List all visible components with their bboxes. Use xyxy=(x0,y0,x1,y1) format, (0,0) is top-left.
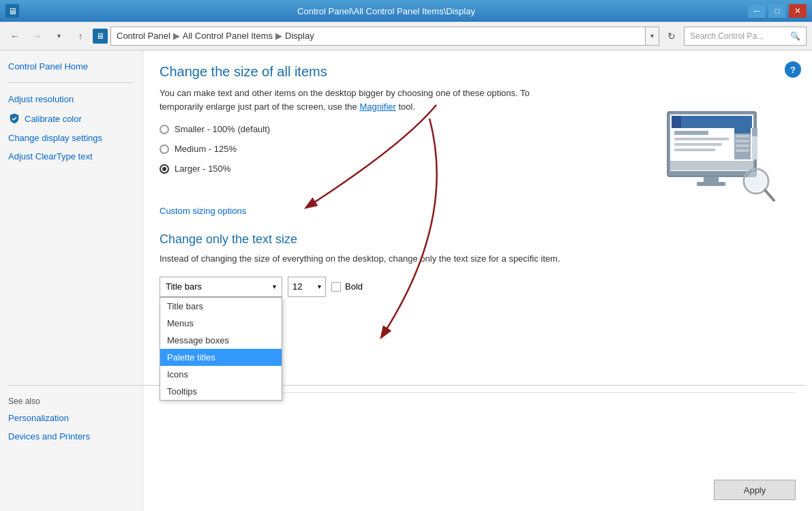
dropdown-item-message-boxes[interactable]: Message boxes xyxy=(160,332,282,349)
radio-medium-label: Medium - 125% xyxy=(175,144,237,154)
dropdown-item-palette-titles[interactable]: Palette titles xyxy=(160,349,282,366)
section1-desc: You can make text and other items on the… xyxy=(160,87,796,113)
breadcrumb-all-items[interactable]: All Control Panel Items xyxy=(183,31,273,41)
search-box[interactable]: Search Control Pa... 🔍 xyxy=(684,27,807,46)
svg-rect-5 xyxy=(674,131,708,135)
monitor-preview-area xyxy=(666,110,775,206)
main-container: Control Panel Home Adjust resolution Cal… xyxy=(0,50,812,511)
calibrate-color-label: Calibrate color xyxy=(25,114,82,124)
radio-larger-label: Larger - 150% xyxy=(175,164,230,174)
content-area: ? Change the size of all items You can m… xyxy=(143,50,812,511)
radio-smaller-input[interactable] xyxy=(160,125,169,134)
section1-desc3: tool. xyxy=(398,102,415,112)
title-bar: 🖥 Control Panel\All Control Panel Items\… xyxy=(0,0,812,22)
text-size-dropdown[interactable]: 12 ▾ xyxy=(288,277,326,297)
svg-rect-2 xyxy=(672,116,752,128)
svg-rect-8 xyxy=(674,149,715,151)
svg-rect-6 xyxy=(674,138,729,140)
text-size-dropdown-arrow: ▾ xyxy=(318,283,321,290)
search-icon[interactable]: 🔍 xyxy=(790,31,800,41)
radio-smaller[interactable]: Smaller - 100% (default) xyxy=(160,124,270,134)
refresh-button[interactable]: ↻ xyxy=(662,27,681,46)
custom-sizing-link[interactable]: Custom sizing options xyxy=(160,206,246,216)
maximize-button[interactable]: □ xyxy=(768,4,786,18)
svg-rect-14 xyxy=(736,149,749,152)
text-size-select-wrapper: 12 ▾ xyxy=(288,277,326,297)
magnifier-link[interactable]: Magnifier xyxy=(359,102,395,112)
sidebar-item-change-display-settings[interactable]: Change display settings xyxy=(8,133,134,143)
svg-rect-16 xyxy=(697,182,725,186)
address-dropdown-button[interactable]: ▾ xyxy=(646,27,659,46)
address-bar: ← → ▾ ↑ 🖥 Control Panel ▶ All Control Pa… xyxy=(0,22,812,50)
text-item-dropdown-value: Title bars xyxy=(166,281,202,292)
radio-larger[interactable]: Larger - 150% xyxy=(160,164,270,174)
minimize-button[interactable]: ─ xyxy=(748,4,766,18)
radio-medium[interactable]: Medium - 125% xyxy=(160,144,270,154)
address-path[interactable]: Control Panel ▶ All Control Panel Items … xyxy=(110,27,646,46)
radio-smaller-label: Smaller - 100% (default) xyxy=(175,124,270,134)
location-icon: 🖥 xyxy=(93,29,108,44)
svg-rect-15 xyxy=(704,176,719,182)
app-icon: 🖥 xyxy=(5,4,19,18)
section1-title: Change the size of all items xyxy=(160,64,796,80)
dropdown-button[interactable]: ▾ xyxy=(49,27,68,46)
sidebar-item-calibrate-color[interactable]: Calibrate color xyxy=(8,112,134,125)
svg-line-21 xyxy=(765,190,774,200)
adjust-resolution-label: Adjust resolution xyxy=(8,94,74,104)
sidebar-item-home[interactable]: Control Panel Home xyxy=(8,61,134,72)
window-title: Control Panel\All Control Panel Items\Di… xyxy=(25,6,748,16)
breadcrumb-control-panel[interactable]: Control Panel xyxy=(117,31,170,41)
text-size-row: Title bars ▾ Title bars Menus Message bo… xyxy=(160,277,796,297)
close-button[interactable]: ✕ xyxy=(789,4,807,18)
bold-checkbox[interactable]: Bold xyxy=(331,281,363,292)
text-item-dropdown[interactable]: Title bars ▾ xyxy=(160,277,282,297)
svg-rect-18 xyxy=(752,128,757,136)
shield-icon xyxy=(8,112,20,125)
section2-desc: Instead of changing the size of everythi… xyxy=(160,252,796,266)
section1-desc2: temporarily enlarge just part of the scr… xyxy=(160,102,357,112)
sidebar-home-label: Control Panel Home xyxy=(8,61,88,72)
sidebar-divider-1 xyxy=(8,82,134,83)
adjust-cleartype-label: Adjust ClearType text xyxy=(8,151,93,161)
change-display-settings-label: Change display settings xyxy=(8,133,102,143)
svg-rect-11 xyxy=(736,135,749,138)
radio-group: Smaller - 100% (default) Medium - 125% L… xyxy=(160,124,270,183)
forward-button[interactable]: → xyxy=(27,27,46,46)
help-button[interactable]: ? xyxy=(785,61,801,78)
apply-button[interactable]: Apply xyxy=(714,480,796,500)
search-placeholder: Search Control Pa... xyxy=(690,31,790,41)
svg-point-20 xyxy=(746,171,766,191)
dropdown-item-title-bars[interactable]: Title bars xyxy=(160,298,282,315)
sidebar-item-adjust-resolution[interactable]: Adjust resolution xyxy=(8,94,134,104)
radio-medium-input[interactable] xyxy=(160,144,169,154)
text-size-dropdown-value: 12 xyxy=(292,281,302,292)
section1-desc1: You can make text and other items on the… xyxy=(160,88,530,98)
bold-checkbox-input[interactable] xyxy=(331,282,341,292)
svg-rect-10 xyxy=(734,128,751,134)
back-button[interactable]: ← xyxy=(5,27,25,46)
svg-rect-3 xyxy=(672,116,681,128)
dropdown-item-tooltips[interactable]: Tooltips xyxy=(160,383,282,400)
svg-rect-7 xyxy=(674,143,722,146)
radio-larger-input[interactable] xyxy=(160,164,169,174)
breadcrumb-display[interactable]: Display xyxy=(285,31,314,41)
text-item-dropdown-list: Title bars Menus Message boxes Palette t… xyxy=(160,297,282,401)
text-item-dropdown-arrow: ▾ xyxy=(273,283,276,290)
personalization-label: Personalization xyxy=(8,413,69,423)
magnifier-glass xyxy=(741,166,775,206)
bold-label: Bold xyxy=(345,281,363,292)
svg-rect-13 xyxy=(736,144,749,147)
devices-printers-label: Devices and Printers xyxy=(8,431,90,442)
text-item-select-wrapper: Title bars ▾ Title bars Menus Message bo… xyxy=(160,277,282,297)
sidebar-item-adjust-cleartype[interactable]: Adjust ClearType text xyxy=(8,151,134,161)
dropdown-item-menus[interactable]: Menus xyxy=(160,315,282,332)
window-controls: ─ □ ✕ xyxy=(748,4,807,18)
svg-rect-12 xyxy=(736,140,749,142)
section2-title: Change only the text size xyxy=(160,232,796,247)
dropdown-item-icons[interactable]: Icons xyxy=(160,366,282,383)
up-button[interactable]: ↑ xyxy=(71,27,90,46)
sidebar: Control Panel Home Adjust resolution Cal… xyxy=(0,50,143,511)
